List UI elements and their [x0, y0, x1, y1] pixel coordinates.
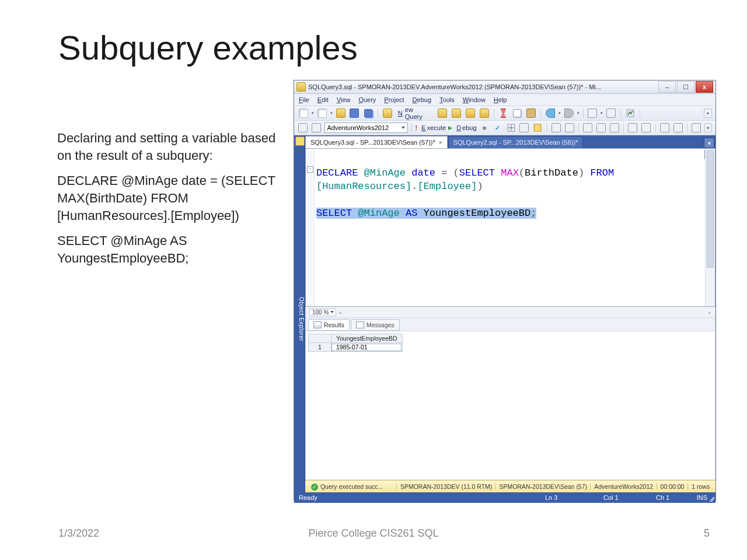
- query-status-bar: ✓Query executed succ... SPMORAN-2013DEV …: [305, 480, 715, 492]
- results-text-icon[interactable]: [596, 122, 607, 134]
- status-server: SPMORAN-2013DEV (11.0 RTM): [397, 483, 496, 490]
- save-all-icon[interactable]: [362, 107, 374, 119]
- window-titlebar: SQLQuery3.sql - SPMORAN-2013DEV.Adventur…: [294, 80, 715, 94]
- status-ins: INS: [697, 494, 707, 501]
- start-icon[interactable]: [644, 107, 655, 119]
- find-icon[interactable]: [605, 107, 617, 119]
- tab-overflow-icon[interactable]: ▾: [704, 138, 714, 148]
- new-query-button[interactable]: New Query: [396, 108, 434, 118]
- intellisense-icon[interactable]: [532, 122, 543, 134]
- db-icon[interactable]: [479, 107, 490, 119]
- status-elapsed: 00:00:00: [657, 483, 689, 490]
- results-tabs: Results Messages: [305, 318, 715, 331]
- specify-values-icon[interactable]: [691, 122, 702, 134]
- toolbar-overflow-icon[interactable]: ▾: [704, 123, 712, 132]
- results-grid[interactable]: YoungestEmployeeBD 1 1985-07-01: [308, 334, 403, 352]
- tab-results[interactable]: Results: [308, 319, 350, 331]
- stop-icon[interactable]: ■: [479, 122, 490, 134]
- paste-icon[interactable]: [525, 107, 537, 119]
- grid-header[interactable]: YoungestEmployeeBD: [331, 334, 402, 343]
- menu-project[interactable]: Project: [384, 96, 404, 103]
- results-grid-icon[interactable]: [582, 122, 594, 134]
- sql-editor-content[interactable]: -DECLARE @MinAge date = (SELECT MAX(Birt…: [306, 149, 705, 306]
- navigate-icon[interactable]: [587, 107, 599, 119]
- zoom-selector[interactable]: 100 %: [309, 309, 336, 316]
- toolbar-overflow-icon[interactable]: ▾: [704, 108, 712, 118]
- slide-footer: 1/3/2022 Pierce College CIS261 SQL 5: [0, 527, 747, 544]
- object-explorer-icon: [295, 136, 305, 146]
- editor-scrollbar[interactable]: [705, 149, 715, 306]
- debug-button[interactable]: ▶ Debug: [448, 124, 477, 131]
- status-login: SPMORAN-2013DEV\Sean (57): [495, 483, 591, 490]
- grid-cell[interactable]: 1985-07-01: [331, 343, 402, 352]
- maximize-button[interactable]: ☐: [677, 81, 694, 93]
- menu-bar: File Edit View Query Project Debug Tools…: [294, 94, 715, 106]
- include-stats-icon[interactable]: [564, 122, 575, 134]
- tab-label: Messages: [366, 321, 395, 328]
- save-icon[interactable]: [348, 107, 360, 119]
- execute-button[interactable]: ! Execute: [416, 124, 446, 131]
- menu-file[interactable]: File: [299, 96, 309, 103]
- window-title: SQLQuery3.sql - SPMORAN-2013DEV.Adventur…: [308, 83, 655, 90]
- open-icon[interactable]: [335, 107, 347, 119]
- status-exec: Query executed succ...: [320, 483, 383, 490]
- include-plan-icon[interactable]: [550, 122, 561, 134]
- menu-tools[interactable]: Tools: [439, 96, 455, 103]
- sql-editor-toolbar: AdventureWorks2012 ! Execute ▶ Debug ■ ✓: [294, 121, 715, 135]
- grid-icon: [313, 321, 322, 328]
- connect-icon[interactable]: [298, 122, 309, 134]
- cut-icon[interactable]: [497, 107, 509, 119]
- object-explorer-label: Object Explorer: [298, 297, 305, 341]
- redo-icon[interactable]: [563, 107, 575, 119]
- indent-icon[interactable]: [659, 122, 671, 134]
- uncomment-icon[interactable]: [641, 122, 652, 134]
- document-tabs: SQLQuery3.sql - SP...2013DEV\Sean (57))*…: [305, 135, 715, 148]
- change-connection-icon[interactable]: [311, 122, 322, 134]
- new-query-db-icon[interactable]: [382, 107, 393, 119]
- tab-label: SQLQuery2.sql - SP...2013DEV\Sean (56))*: [453, 139, 578, 146]
- slide-body: Declaring and setting a variable based o…: [57, 130, 285, 275]
- activity-icon[interactable]: [624, 107, 636, 119]
- tab-messages[interactable]: Messages: [351, 319, 400, 331]
- new-item-icon[interactable]: [316, 107, 328, 119]
- results-file-icon[interactable]: [609, 122, 620, 134]
- db-icon[interactable]: [451, 107, 462, 119]
- menu-edit[interactable]: Edit: [317, 96, 329, 103]
- results-pane: YoungestEmployeeBD 1 1985-07-01: [305, 331, 715, 480]
- app-icon: [296, 82, 306, 92]
- estimated-plan-icon[interactable]: [505, 122, 516, 134]
- svg-rect-2: [534, 124, 541, 131]
- grid-corner: [308, 334, 331, 343]
- tab-sqlquery3[interactable]: SQLQuery3.sql - SP...2013DEV\Sean (57))*…: [305, 136, 448, 148]
- menu-query[interactable]: Query: [358, 96, 376, 103]
- minimize-button[interactable]: –: [658, 81, 676, 93]
- menu-help[interactable]: Help: [494, 96, 507, 103]
- menu-debug[interactable]: Debug: [413, 96, 431, 103]
- parse-icon[interactable]: ✓: [492, 122, 503, 134]
- object-explorer-tab[interactable]: Object Explorer: [294, 135, 305, 492]
- tab-label: Results: [324, 321, 344, 328]
- outline-toggle-icon[interactable]: -: [307, 166, 313, 173]
- db-icon[interactable]: [465, 107, 476, 119]
- database-selector[interactable]: AdventureWorks2012: [324, 123, 408, 133]
- ide-status-bar: Ready Ln 3 Col 1 Ch 1 INS: [294, 492, 715, 503]
- close-button[interactable]: x: [696, 81, 713, 93]
- menu-view[interactable]: View: [337, 96, 351, 103]
- new-project-icon[interactable]: [298, 107, 309, 119]
- db-engine-query-icon[interactable]: [437, 107, 448, 119]
- undo-icon[interactable]: [544, 107, 556, 119]
- tab-close-icon[interactable]: ×: [439, 139, 442, 146]
- copy-icon[interactable]: [511, 107, 523, 119]
- body-paragraph: Declaring and setting a variable based o…: [57, 130, 285, 164]
- status-db: AdventureWorks2012: [591, 483, 657, 490]
- sql-editor[interactable]: ⇅ -DECLARE @MinAge date = (SELECT MAX(Bi…: [305, 148, 715, 307]
- query-options-icon[interactable]: [519, 122, 530, 134]
- tab-label: SQLQuery3.sql - SP...2013DEV\Sean (57))*: [310, 139, 435, 146]
- tab-sqlquery2[interactable]: SQLQuery2.sql - SP...2013DEV\Sean (56))*: [448, 136, 584, 148]
- body-paragraph: SELECT @MinAge AS YoungestEmployeeBD;: [57, 232, 285, 267]
- resize-grip-icon[interactable]: [710, 497, 714, 502]
- menu-window[interactable]: Window: [463, 96, 486, 103]
- outdent-icon[interactable]: [672, 122, 683, 134]
- comment-icon[interactable]: [627, 122, 638, 134]
- table-row[interactable]: 1 1985-07-01: [308, 343, 402, 352]
